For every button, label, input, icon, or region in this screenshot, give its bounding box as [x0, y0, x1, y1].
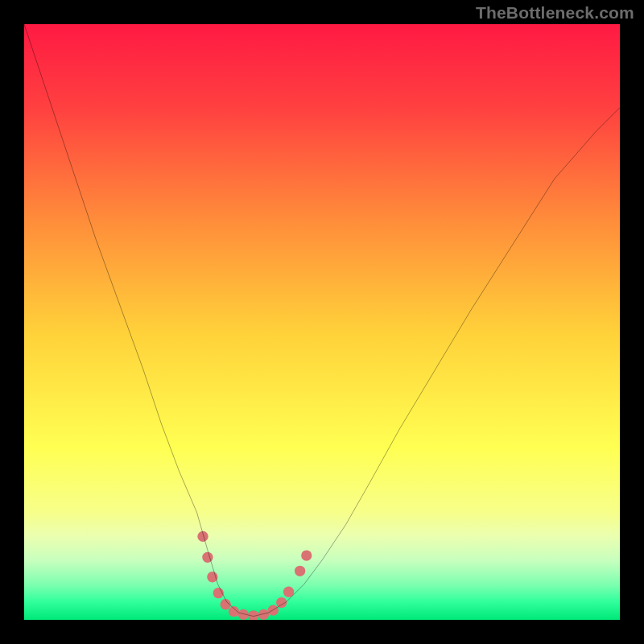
marker-point	[197, 531, 208, 542]
marker-point	[229, 606, 239, 617]
chart-overlay	[24, 24, 620, 620]
marker-point	[295, 566, 305, 576]
marker-point	[301, 550, 312, 560]
marker-point	[268, 605, 279, 616]
watermark-text: TheBottleneck.com	[476, 3, 634, 23]
marker-point	[207, 572, 217, 582]
chart-frame: TheBottleneck.com	[0, 0, 644, 644]
markers-group	[197, 531, 312, 620]
marker-point	[238, 609, 249, 620]
plot-area	[24, 24, 620, 620]
marker-point	[258, 609, 269, 620]
marker-point	[248, 610, 258, 620]
bottleneck-curve	[24, 24, 620, 617]
marker-point	[202, 552, 213, 563]
marker-point	[283, 587, 294, 597]
